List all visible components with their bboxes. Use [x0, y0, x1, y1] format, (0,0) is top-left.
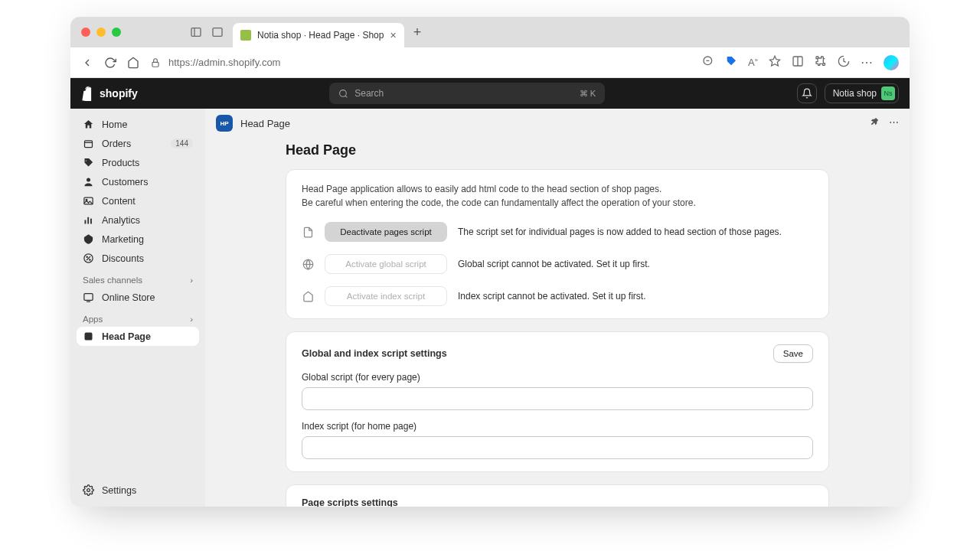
read-aloud-icon[interactable]: A» [748, 57, 758, 68]
settings-card: Global and index script settings Save Gl… [286, 331, 829, 472]
sidebar-item-analytics[interactable]: Analytics [77, 210, 199, 230]
sidebar-item-content[interactable]: Content [77, 191, 199, 210]
sales-channels-section[interactable]: Sales channels› [77, 268, 199, 288]
svg-point-25 [87, 489, 90, 492]
app-icon: HP [216, 115, 233, 132]
row-description: Global script cannot be activated. Set i… [458, 259, 650, 269]
shopping-tag-icon[interactable] [725, 55, 737, 70]
back-button[interactable] [81, 57, 93, 69]
svg-marker-6 [769, 56, 779, 66]
sidebar-item-label: Settings [102, 485, 136, 496]
intro-text-1: Head Page application allows to easily a… [302, 182, 813, 196]
svg-rect-16 [87, 217, 89, 224]
intro-card: Head Page application allows to easily a… [286, 169, 829, 319]
url-input[interactable]: https://admin.shopify.com [150, 57, 691, 68]
overflow-menu-icon[interactable]: ⋯ [861, 55, 873, 70]
index-script-label: Index script (for home page) [302, 421, 813, 432]
deactivate-pages-script-button[interactable]: Deactivate pages script [325, 222, 447, 242]
svg-rect-24 [85, 333, 93, 341]
new-tab-button[interactable]: + [413, 24, 422, 41]
close-window-icon[interactable] [81, 28, 90, 37]
globe-icon [302, 259, 314, 270]
sidebar-item-label: Orders [102, 139, 131, 149]
global-script-input[interactable] [302, 387, 813, 410]
intro-text-2: Be careful when entering the code, the c… [302, 196, 813, 210]
traffic-lights [81, 28, 121, 37]
shopify-top-bar: shopify Search ⌘ K Notia shop Ns [70, 78, 910, 109]
url-text: https://admin.shopify.com [168, 57, 280, 68]
mac-titlebar: Notia shop · Head Page · Shop × + [70, 17, 910, 47]
browser-tab[interactable]: Notia shop · Head Page · Shop × [233, 23, 404, 47]
svg-rect-11 [85, 141, 93, 148]
app-title: Head Page [240, 118, 290, 129]
avatar: Ns [881, 86, 895, 100]
row-description: Index script cannot be activated. Set it… [458, 291, 645, 302]
svg-point-20 [87, 256, 87, 257]
sidebar-item-products[interactable]: Products [77, 153, 199, 172]
svg-point-9 [340, 90, 347, 96]
svg-rect-3 [152, 62, 158, 67]
minimize-window-icon[interactable] [96, 28, 106, 37]
lock-icon [150, 57, 161, 68]
sidebar-item-discounts[interactable]: Discounts [77, 249, 199, 268]
sidebar-item-label: Head Page [102, 331, 151, 342]
extensions-icon[interactable] [815, 55, 827, 70]
search-box[interactable]: Search ⌘ K [329, 83, 605, 104]
sidebar-item-label: Online Store [102, 292, 155, 303]
sidebar-item-customers[interactable]: Customers [77, 172, 199, 191]
svg-rect-0 [191, 28, 201, 37]
settings-card-title: Global and index script settings [302, 348, 447, 359]
performance-icon[interactable] [838, 55, 850, 70]
svg-point-21 [90, 259, 90, 260]
sidebar-item-head-page[interactable]: Head Page [77, 327, 199, 346]
orders-badge: 144 [171, 139, 193, 148]
browser-window: Notia shop · Head Page · Shop × + https:… [70, 17, 910, 507]
more-icon[interactable]: ⋯ [889, 116, 899, 130]
notifications-button[interactable] [797, 83, 817, 103]
refresh-button[interactable] [104, 57, 116, 69]
svg-rect-2 [213, 28, 222, 37]
svg-point-12 [87, 178, 90, 182]
url-bar: https://admin.shopify.com A» ⋯ [70, 47, 910, 78]
page-icon [302, 227, 314, 238]
close-tab-icon[interactable]: × [390, 29, 396, 41]
sidebar-item-orders[interactable]: Orders144 [77, 134, 199, 153]
save-button[interactable]: Save [773, 344, 813, 363]
svg-rect-15 [85, 220, 87, 224]
sidebar-toggle-icon[interactable] [190, 26, 202, 38]
script-row-index: Activate index script Index script canno… [302, 286, 813, 306]
sidebar-item-label: Analytics [102, 215, 140, 226]
store-chip[interactable]: Notia shop Ns [825, 83, 899, 103]
sidebar-item-label: Content [102, 196, 136, 207]
sidebar-item-label: Home [102, 119, 127, 130]
search-icon [338, 89, 348, 99]
sidebar-item-settings[interactable]: Settings [77, 480, 199, 500]
index-script-input[interactable] [302, 436, 813, 459]
sidebar-item-label: Discounts [102, 253, 144, 264]
store-name: Notia shop [833, 88, 877, 99]
chevron-right-icon: › [190, 276, 193, 285]
home-button[interactable] [127, 57, 139, 69]
panel-icon[interactable] [211, 26, 224, 38]
home-icon [302, 291, 314, 302]
shopify-favicon-icon [240, 30, 251, 41]
sidebar-item-marketing[interactable]: Marketing [77, 230, 199, 249]
copilot-icon[interactable] [884, 55, 899, 70]
zoom-icon[interactable] [702, 55, 714, 70]
apps-section[interactable]: Apps› [77, 307, 199, 327]
content-area: HP Head Page ⋯ Head Page Head Page appli… [205, 109, 910, 507]
collections-icon[interactable] [792, 55, 804, 70]
sidebar-item-online-store[interactable]: Online Store [77, 288, 199, 307]
brand-text: shopify [100, 87, 138, 99]
app-header: HP Head Page ⋯ [205, 109, 910, 138]
pin-icon[interactable] [868, 116, 880, 130]
page-title: Head Page [286, 142, 829, 158]
page-scripts-title: Page scripts settings [302, 497, 813, 507]
favorite-icon[interactable] [769, 55, 781, 70]
sidebar-item-label: Marketing [102, 234, 144, 245]
sidebar-item-home[interactable]: Home [77, 115, 199, 134]
maximize-window-icon[interactable] [112, 28, 121, 37]
svg-rect-17 [90, 219, 92, 224]
shopify-logo[interactable]: shopify [81, 86, 138, 101]
tab-title: Notia shop · Head Page · Shop [257, 30, 384, 41]
